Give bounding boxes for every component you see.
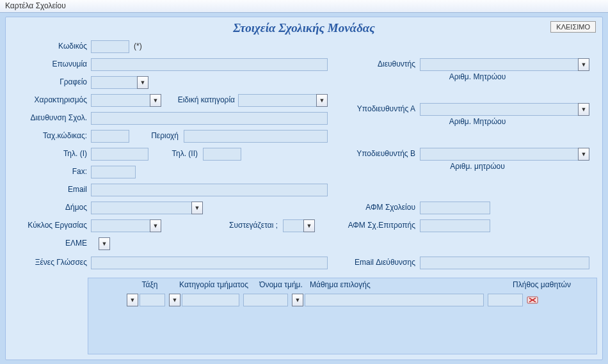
label-fax: Fax: bbox=[6, 167, 87, 176]
label-specialcat: Ειδική κατηγορία bbox=[164, 95, 235, 104]
input-fax[interactable] bbox=[91, 166, 136, 178]
dropdown-icon[interactable]: ▼ bbox=[137, 76, 148, 89]
select-shared-wrap[interactable]: ▼ bbox=[283, 219, 315, 232]
sublabel-regnum-subA: Αριθμ. Μητρώου bbox=[420, 117, 535, 126]
label-char: Χαρακτηρισμός bbox=[6, 95, 87, 104]
dropdown-icon[interactable]: ▼ bbox=[578, 148, 589, 161]
label-subB: Υποδιευθυντής Β bbox=[339, 149, 415, 158]
dropdown-icon[interactable]: ▼ bbox=[99, 237, 110, 250]
label-schooladdr: Διευθυνση Σχολ. bbox=[6, 113, 87, 122]
input-afm-school[interactable] bbox=[420, 202, 490, 214]
select-director-wrap[interactable]: ▼ bbox=[420, 58, 589, 71]
cell-elective[interactable] bbox=[305, 294, 484, 306]
outer-panel: ΚΛΕΙΣΙΜΟ Στοιχεία Σχολικής Μονάδας Κωδικ… bbox=[0, 13, 608, 364]
label-name: Επωνυμία bbox=[6, 59, 87, 68]
input-postcode[interactable] bbox=[91, 130, 129, 143]
dropdown-icon[interactable]: ▼ bbox=[169, 294, 180, 306]
cell-secname[interactable] bbox=[243, 294, 288, 306]
label-email: Email bbox=[6, 185, 87, 194]
select-specialcat-wrap[interactable]: ▼ bbox=[238, 94, 328, 107]
dropdown-icon[interactable]: ▼ bbox=[292, 294, 303, 306]
dropdown-icon[interactable]: ▼ bbox=[191, 202, 203, 214]
grid-row: ▼ ▼ ▼ bbox=[88, 292, 596, 308]
select-subB[interactable] bbox=[420, 148, 589, 161]
dropdown-icon[interactable]: ▼ bbox=[578, 103, 589, 116]
label-postcode: Ταχ.κώδικας: bbox=[6, 131, 87, 140]
select-muni[interactable] bbox=[91, 202, 203, 214]
dropdown-icon[interactable]: ▼ bbox=[316, 94, 328, 107]
input-tel1[interactable] bbox=[91, 148, 148, 161]
label-director: Διευθυντής bbox=[339, 59, 415, 68]
input-code[interactable] bbox=[91, 40, 129, 53]
label-office: Γραφείο bbox=[6, 77, 87, 86]
select-elme-wrap[interactable]: ▼ bbox=[99, 237, 111, 250]
select-workcycle-wrap[interactable]: ▼ bbox=[91, 219, 161, 232]
label-tel2: Τηλ. (ΙΙ) bbox=[153, 149, 198, 158]
label-shared: Συστεγάζεται ; bbox=[211, 221, 278, 230]
label-afm-comm: ΑΦΜ Σχ.Επιτροπής bbox=[339, 221, 415, 230]
dropdown-icon[interactable]: ▼ bbox=[150, 219, 161, 232]
note-required: (*) bbox=[134, 42, 142, 51]
dropdown-icon[interactable]: ▼ bbox=[303, 219, 315, 232]
close-button[interactable]: ΚΛΕΙΣΙΜΟ bbox=[550, 21, 596, 33]
cell-count[interactable] bbox=[488, 294, 523, 306]
label-tel1: Τηλ. (Ι) bbox=[6, 149, 87, 158]
dropdown-icon[interactable]: ▼ bbox=[127, 294, 138, 306]
input-afm-comm[interactable] bbox=[420, 219, 490, 232]
sublabel-regnum-subB: Αριθμ. μητρώου bbox=[420, 162, 535, 171]
hdr-secname: Όνομα τμήμ. bbox=[252, 280, 310, 290]
select-specialcat[interactable] bbox=[238, 94, 328, 107]
select-director[interactable] bbox=[420, 58, 589, 71]
label-workcycle: Κύκλος Εργασίας bbox=[6, 221, 87, 230]
input-email[interactable] bbox=[91, 184, 328, 196]
input-schooladdr[interactable] bbox=[91, 112, 328, 125]
select-char-wrap[interactable]: ▼ bbox=[91, 94, 161, 107]
select-muni-wrap[interactable]: ▼ bbox=[91, 202, 203, 214]
dropdown-icon[interactable]: ▼ bbox=[150, 94, 161, 107]
input-name[interactable] bbox=[91, 58, 328, 71]
label-subA: Υποδιευθυντής Α bbox=[339, 104, 415, 113]
label-afm-school: ΑΦΜ Σχολείου bbox=[339, 203, 415, 212]
page-title: Στοιχεία Σχολικής Μονάδας bbox=[6, 21, 602, 35]
select-office-wrap[interactable]: ▼ bbox=[91, 76, 148, 89]
inner-panel: ΚΛΕΙΣΙΜΟ Στοιχεία Σχολικής Μονάδας Κωδικ… bbox=[5, 17, 603, 360]
hdr-elective: Μάθημα επιλογής bbox=[310, 280, 399, 290]
cell-cat[interactable] bbox=[182, 294, 239, 306]
input-langs[interactable] bbox=[91, 257, 328, 269]
input-area[interactable] bbox=[184, 130, 328, 143]
label-elme: ΕΛΜΕ bbox=[6, 239, 87, 248]
label-area: Περιοχή bbox=[134, 131, 179, 140]
hdr-cat: Κατηγορία τμήματος bbox=[175, 280, 252, 290]
window-title: Καρτέλα Σχολείου bbox=[0, 0, 608, 13]
input-tel2[interactable] bbox=[203, 148, 241, 161]
sublabel-regnum-director: Αριθμ. Μητρώου bbox=[420, 72, 535, 81]
select-subA[interactable] bbox=[420, 103, 589, 116]
select-subA-wrap[interactable]: ▼ bbox=[420, 103, 589, 116]
select-subB-wrap[interactable]: ▼ bbox=[420, 148, 589, 161]
hdr-class: Τάξη bbox=[124, 280, 175, 290]
form-area: Κωδικός (*) Επωνυμία Γραφείο ▼ Χαρακτηρι… bbox=[6, 39, 602, 282]
cell-class[interactable] bbox=[140, 294, 165, 306]
hdr-count: Πλήθος μαθητών bbox=[399, 280, 596, 290]
label-langs: Ξένες Γλώσσες bbox=[6, 258, 87, 267]
input-diremail[interactable] bbox=[420, 257, 589, 269]
label-diremail: Email Διεύθυνσης bbox=[339, 258, 415, 267]
label-muni: Δήμος bbox=[6, 203, 87, 212]
dropdown-icon[interactable]: ▼ bbox=[578, 58, 589, 71]
delete-row-icon[interactable] bbox=[527, 295, 538, 305]
sections-grid: Τάξη Κατηγορία τμήματος Όνομα τμήμ. Μάθη… bbox=[88, 278, 597, 354]
label-code: Κωδικός bbox=[6, 42, 87, 51]
grid-header: Τάξη Κατηγορία τμήματος Όνομα τμήμ. Μάθη… bbox=[88, 278, 596, 292]
